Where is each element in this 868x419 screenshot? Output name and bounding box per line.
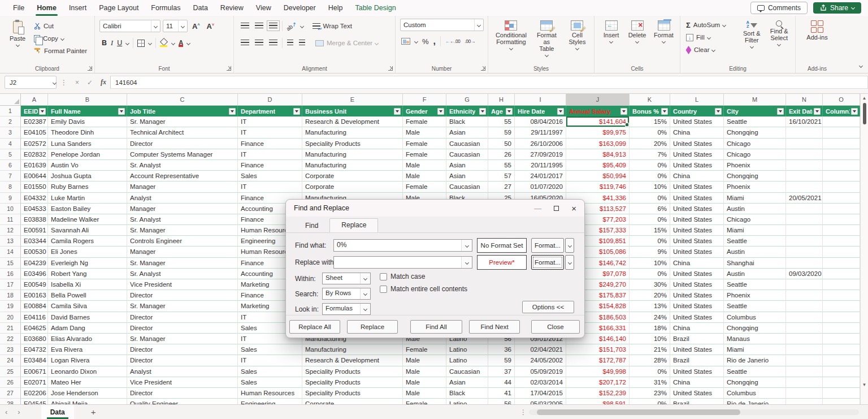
cell-C24[interactable]: Director — [127, 355, 238, 366]
clipboard-dialog-launcher[interactable] — [88, 66, 92, 71]
scroll-up-icon[interactable]: ▲ — [861, 96, 868, 101]
row-header-20[interactable]: 20 — [0, 312, 21, 323]
cell-L9[interactable]: United States — [670, 193, 724, 204]
cell-M16[interactable]: Austin — [724, 269, 786, 279]
match-entire-checkbox[interactable] — [380, 286, 387, 293]
cell-H25[interactable]: 37 — [488, 366, 515, 377]
cell-O9[interactable] — [823, 193, 860, 204]
font-color-button[interactable]: A — [179, 40, 183, 47]
cell-N2[interactable]: 16/10/2021 — [786, 116, 823, 127]
cell-L20[interactable]: United States — [670, 312, 724, 323]
middle-align-button[interactable] — [254, 20, 264, 32]
cell-G5[interactable]: Caucasian — [446, 149, 488, 160]
search-select[interactable]: By Rows — [322, 288, 371, 300]
cell-D7[interactable]: Sales — [238, 171, 302, 182]
filter-button-ethnicity[interactable] — [479, 108, 486, 115]
cell-A8[interactable]: E01550 — [21, 182, 48, 192]
prev-sheet-icon[interactable]: ‹ — [0, 408, 12, 416]
comments-button[interactable]: Comments — [750, 2, 808, 14]
cell-H27[interactable]: 41 — [488, 388, 515, 399]
row-header-13[interactable]: 13 — [0, 236, 21, 247]
add-sheet-button[interactable]: + — [84, 407, 103, 417]
cell-B15[interactable]: Everleigh Ng — [48, 258, 127, 269]
replace-format-dropdown-icon[interactable] — [565, 255, 574, 270]
number-format-dropdown-icon[interactable] — [474, 19, 483, 31]
cell-M11[interactable]: Chicago — [724, 214, 786, 225]
close-icon[interactable]: × — [571, 204, 576, 213]
cell-C8[interactable]: Manager — [127, 182, 238, 192]
row-header-7[interactable]: 7 — [0, 171, 21, 182]
cell-K8[interactable]: 10% — [630, 182, 670, 192]
cell-D28[interactable]: Engineering — [238, 399, 302, 404]
cell-L15[interactable]: China — [670, 258, 724, 269]
find-what-dropdown-icon[interactable] — [461, 240, 472, 251]
cell-A26[interactable]: E02071 — [21, 377, 48, 388]
match-case-checkbox[interactable] — [380, 273, 387, 280]
cell-L14[interactable]: United States — [670, 247, 724, 257]
cell-M19[interactable]: Seattle — [724, 301, 786, 312]
cell-M20[interactable]: Columbus — [724, 312, 786, 323]
orientation-chevron-icon[interactable] — [300, 24, 303, 28]
select-all-corner[interactable] — [0, 94, 21, 106]
filter-button-bonus[interactable] — [661, 108, 668, 115]
maximize-icon[interactable] — [554, 206, 559, 211]
cell-K6[interactable]: 0% — [630, 160, 670, 171]
cell-M22[interactable]: Manaus — [724, 334, 786, 344]
cell-K10[interactable]: 6% — [630, 204, 670, 214]
sheet-tab-data[interactable]: Data — [41, 405, 74, 419]
font-color-chevron-icon[interactable] — [186, 41, 190, 45]
cell-F28[interactable]: Female — [403, 399, 446, 404]
table-header-cell-age[interactable]: Age — [488, 106, 515, 116]
cell-B28[interactable]: Abigail Mejia — [48, 399, 127, 404]
find-format-button[interactable]: Format... — [531, 238, 574, 253]
table-header-cell-ethnicity[interactable]: Ethnicity — [446, 106, 488, 116]
cell-K20[interactable]: 24% — [630, 312, 670, 323]
cell-E5[interactable]: Manufacturing — [302, 149, 403, 160]
within-dropdown-icon[interactable] — [360, 273, 370, 284]
table-header-cell-exit-date[interactable]: Exit Date — [786, 106, 823, 116]
cell-K5[interactable]: 7% — [630, 149, 670, 160]
cell-I5[interactable]: 27/09/2019 — [515, 149, 566, 160]
cell-K7[interactable]: 0% — [630, 171, 670, 182]
within-select[interactable]: Sheet — [322, 273, 371, 284]
cell-D24[interactable]: IT — [238, 355, 302, 366]
delete-cells-button[interactable]: Delete — [624, 19, 650, 45]
cell-F8[interactable]: Female — [403, 182, 446, 192]
cell-O15[interactable] — [823, 258, 860, 269]
find-all-button[interactable]: Find All — [410, 320, 462, 334]
menu-tab-table-design[interactable]: Table Design — [349, 0, 402, 16]
cell-H4[interactable]: 50 — [488, 139, 515, 149]
filter-button-exit-date[interactable] — [814, 108, 821, 115]
cell-E4[interactable]: Speciality Products — [302, 139, 403, 149]
bottom-align-button[interactable] — [268, 20, 279, 32]
cell-I4[interactable]: 26/10/2006 — [515, 139, 566, 149]
row-header-5[interactable]: 5 — [0, 149, 21, 160]
cell-H24[interactable]: 59 — [488, 355, 515, 366]
cell-N26[interactable] — [786, 377, 823, 388]
cell-G25[interactable]: Caucasian — [446, 366, 488, 377]
column-header-K[interactable]: K — [630, 94, 670, 106]
filter-button-country[interactable] — [715, 108, 722, 115]
find-select-button[interactable]: Find &Select — [767, 19, 792, 50]
menu-tab-page-layout[interactable]: Page Layout — [93, 0, 145, 16]
enter-icon[interactable]: ✓ — [83, 79, 97, 87]
cell-B5[interactable]: Penelope Jordan — [48, 149, 127, 160]
cell-A10[interactable]: E04533 — [21, 204, 48, 214]
cell-A27[interactable]: E02206 — [21, 388, 48, 399]
row-header-21[interactable]: 21 — [0, 323, 21, 334]
row-header-1[interactable]: 1 — [0, 106, 21, 116]
sort-filter-button[interactable]: AZ Sort &Filter — [739, 19, 765, 50]
font-dialog-launcher[interactable] — [227, 66, 231, 71]
cancel-icon[interactable]: × — [71, 79, 83, 87]
column-header-A[interactable]: A — [21, 94, 48, 106]
cell-L19[interactable]: United States — [670, 301, 724, 312]
paste-button[interactable]: Paste — [5, 19, 31, 61]
vertical-scrollbar[interactable]: ▲ ▼ — [860, 94, 868, 404]
cell-L26[interactable]: China — [670, 377, 724, 388]
cell-M12[interactable]: Miami — [724, 225, 786, 236]
column-header-N[interactable]: N — [786, 94, 823, 106]
accounting-chevron-icon[interactable] — [414, 39, 418, 43]
cell-J23[interactable]: $151,703 — [566, 344, 630, 355]
number-format-combo[interactable]: Custom — [400, 19, 484, 31]
replace-format-button[interactable]: Format... — [531, 255, 574, 270]
